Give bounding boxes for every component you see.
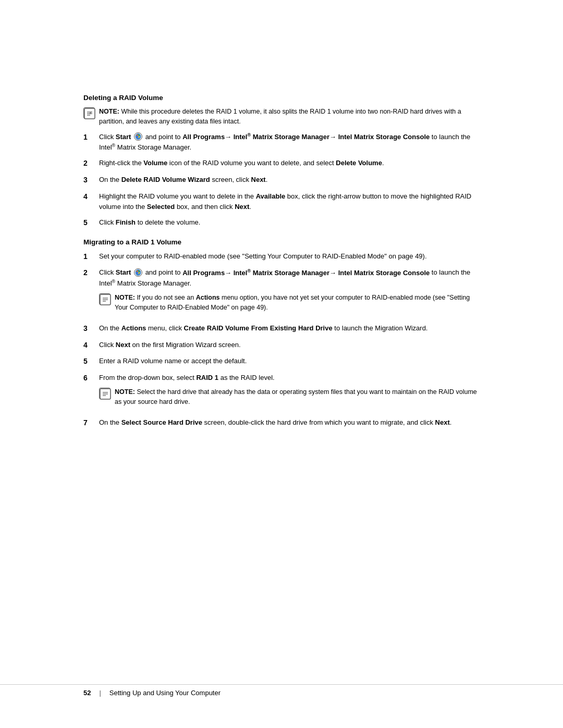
step-content: On the Select Source Hard Drive screen, … xyxy=(99,417,480,428)
step-num: 1 xyxy=(83,132,96,143)
step-1-migrating: 1 Set your computer to RAID-enabled mode… xyxy=(83,251,480,263)
note-label-deleting: NOTE: xyxy=(99,108,119,115)
step-num: 3 xyxy=(83,175,96,186)
step-4-migrating: 4 Click Next on the first Migration Wiza… xyxy=(83,340,480,351)
step-2-migrating: 2 Click Start and point to All Pr xyxy=(83,267,480,317)
step-content: Highlight the RAID volume you want to de… xyxy=(99,191,480,212)
note-text: Select the hard drive that already has t… xyxy=(115,388,477,405)
section-migrating-raid: Migrating to a RAID 1 Volume 1 Set your … xyxy=(83,238,480,429)
page-footer: 52 | Setting Up and Using Your Computer xyxy=(0,684,563,697)
step-num: 4 xyxy=(83,340,96,351)
step-3-migrating: 3 On the Actions menu, click Create RAID… xyxy=(83,323,480,335)
note-label: NOTE: xyxy=(115,388,135,396)
page: Deleting a RAID Volume ᵋ​ NOTE: While th… xyxy=(0,0,563,728)
note-box-migrating-2: NOTE: If you do not see an Actions menu … xyxy=(99,293,480,313)
step-num: 2 xyxy=(83,158,96,169)
step-num: 1 xyxy=(83,251,96,263)
step-num: 5 xyxy=(83,217,96,229)
step-content: Enter a RAID volume name or accept the d… xyxy=(99,356,480,366)
footer-page-number: 52 xyxy=(83,689,91,697)
step-content: On the Delete RAID Volume Wizard screen,… xyxy=(99,175,480,185)
step-content: On the Actions menu, click Create RAID V… xyxy=(99,323,480,334)
note-box-migrating-6: NOTE: Select the hard drive that already… xyxy=(99,387,480,407)
step-3-deleting: 3 On the Delete RAID Volume Wizard scree… xyxy=(83,175,480,186)
note-content-migrating-6: NOTE: Select the hard drive that already… xyxy=(115,387,480,407)
step-5-migrating: 5 Enter a RAID volume name or accept the… xyxy=(83,356,480,367)
step-6-migrating: 6 From the drop-down box, select RAID 1 … xyxy=(83,373,480,412)
step-content: Set your computer to RAID-enabled mode (… xyxy=(99,251,480,262)
step-2-deleting: 2 Right-click the Volume icon of the RAI… xyxy=(83,158,480,169)
step-1-deleting: 1 Click Start and point to All Pr xyxy=(83,132,480,153)
step-num: 2 xyxy=(83,267,96,279)
step-4-deleting: 4 Highlight the RAID volume you want to … xyxy=(83,191,480,212)
step-content: Click Start and point to All Programs→ I… xyxy=(99,132,480,153)
step-7-migrating: 7 On the Select Source Hard Drive screen… xyxy=(83,417,480,429)
step-num: 7 xyxy=(83,417,96,429)
step-num: 5 xyxy=(83,356,96,367)
step-5-deleting: 5 Click Finish to delete the volume. xyxy=(83,217,480,229)
step-content: Click Next on the first Migration Wizard… xyxy=(99,340,480,350)
step-content: From the drop-down box, select RAID 1 as… xyxy=(99,373,480,412)
note-box-deleting: ᵋ​ NOTE: While this procedure deletes th… xyxy=(83,107,480,127)
windows-start-icon-2 xyxy=(134,268,142,277)
section-heading-migrating: Migrating to a RAID 1 Volume xyxy=(83,238,480,246)
section-deleting-raid: Deleting a RAID Volume ᵋ​ NOTE: While th… xyxy=(83,94,480,229)
step-content: Right-click the Volume icon of the RAID … xyxy=(99,158,480,168)
note-text: If you do not see an Actions menu option… xyxy=(115,294,470,311)
note-content-migrating-2: NOTE: If you do not see an Actions menu … xyxy=(115,293,480,313)
footer-divider: | xyxy=(99,689,101,697)
step-content: Click Start and point to All Programs→ I… xyxy=(99,267,480,317)
note-text-deleting: While this procedure deletes the RAID 1 … xyxy=(99,108,461,125)
note-icon-migrating-2 xyxy=(99,293,111,305)
note-icon-migrating-6 xyxy=(99,388,111,399)
step-num: 3 xyxy=(83,323,96,335)
step-content: Click Finish to delete the volume. xyxy=(99,217,480,228)
section-heading-deleting: Deleting a RAID Volume xyxy=(83,94,480,102)
note-label: NOTE: xyxy=(115,294,135,301)
footer-section-title: Setting Up and Using Your Computer xyxy=(109,689,221,697)
step-num: 4 xyxy=(83,191,96,203)
windows-start-icon-1 xyxy=(134,132,142,141)
steps-list-migrating: 1 Set your computer to RAID-enabled mode… xyxy=(83,251,480,429)
note-icon-deleting: ᵋ​ xyxy=(83,107,95,119)
steps-list-deleting: 1 Click Start and point to All Pr xyxy=(83,132,480,229)
step-num: 6 xyxy=(83,373,96,384)
note-content-deleting: NOTE: While this procedure deletes the R… xyxy=(99,107,480,127)
